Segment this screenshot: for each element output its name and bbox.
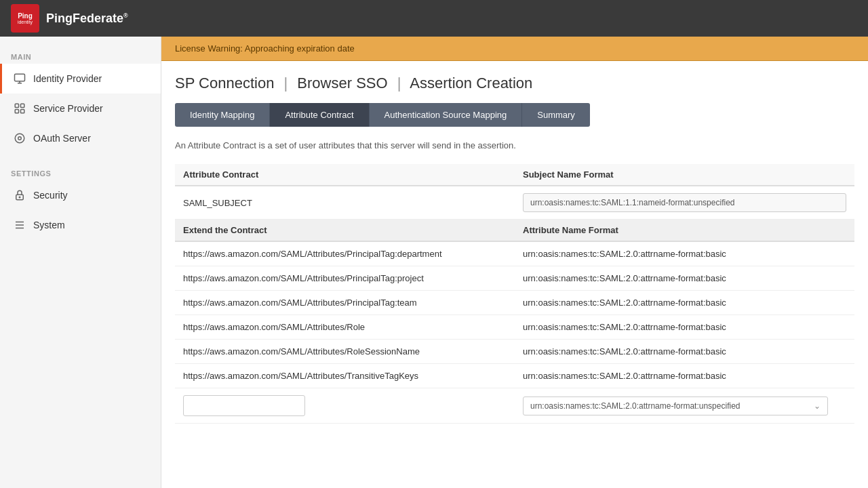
- table-row: https://aws.amazon.com/SAML/Attributes/P…: [175, 241, 854, 266]
- sidebar-item-system[interactable]: System: [0, 210, 161, 240]
- sidebar-label-system: System: [33, 220, 65, 230]
- saml-subject-row: SAML_SUBJECT urn:oasis:names:tc:SAML:1.1…: [175, 186, 854, 220]
- identity-provider-icon: [13, 72, 26, 85]
- attribute-table: Attribute Contract Subject Name Format S…: [175, 164, 854, 424]
- attribute-format: urn:oasis:names:tc:SAML:2.0:attrname-for…: [515, 315, 854, 340]
- app-header: Ping identity PingFederate®: [0, 0, 868, 37]
- attribute-format: urn:oasis:names:tc:SAML:2.0:attrname-for…: [515, 364, 854, 388]
- attribute-contract-header: Attribute Contract: [175, 164, 515, 186]
- sidebar-item-security[interactable]: Security: [0, 180, 161, 210]
- new-attribute-format-value: urn:oasis:names:tc:SAML:2.0:attrname-for…: [530, 401, 740, 411]
- table-row: https://aws.amazon.com/SAML/Attributes/P…: [175, 291, 854, 315]
- sidebar-item-identity-provider[interactable]: Identity Provider: [0, 64, 161, 94]
- subject-name-format-header: Subject Name Format: [515, 164, 854, 186]
- saml-subject-label: SAML_SUBJECT: [175, 186, 515, 220]
- logo: Ping identity PingFederate®: [11, 4, 128, 33]
- table-row: https://aws.amazon.com/SAML/Attributes/R…: [175, 340, 854, 364]
- attribute-name: https://aws.amazon.com/SAML/Attributes/R…: [175, 340, 515, 364]
- tab-summary[interactable]: Summary: [522, 103, 590, 127]
- sidebar-label-identity-provider: Identity Provider: [33, 73, 102, 84]
- ping-logo-text: Ping: [18, 13, 33, 20]
- system-icon: [13, 218, 26, 232]
- attribute-name: https://aws.amazon.com/SAML/Attributes/R…: [175, 315, 515, 340]
- saml-subject-format-field[interactable]: urn:oasis:names:tc:SAML:1.1:nameid-forma…: [523, 193, 846, 212]
- new-attribute-input-cell: [175, 388, 515, 424]
- sidebar-label-security: Security: [33, 190, 68, 201]
- new-attribute-format-cell: urn:oasis:names:tc:SAML:2.0:attrname-for…: [515, 388, 854, 424]
- svg-rect-3: [15, 110, 18, 113]
- sidebar-label-service-provider: Service Provider: [33, 103, 103, 114]
- license-warning: License Warning: Approaching expiration …: [161, 37, 868, 61]
- tab-identity-mapping[interactable]: Identity Mapping: [175, 103, 270, 127]
- attribute-name: https://aws.amazon.com/SAML/Attributes/T…: [175, 364, 515, 388]
- security-icon: [13, 188, 26, 202]
- svg-rect-1: [15, 104, 18, 107]
- tab-auth-source-mapping[interactable]: Authentication Source Mapping: [370, 103, 523, 127]
- brand-name: PingFederate®: [46, 12, 128, 26]
- service-provider-icon: [13, 102, 26, 115]
- attribute-format: urn:oasis:names:tc:SAML:2.0:attrname-for…: [515, 266, 854, 291]
- sidebar-label-oauth-server: OAuth Server: [33, 133, 91, 144]
- ping-logo-sub: identity: [18, 20, 33, 24]
- svg-rect-2: [21, 104, 24, 107]
- svg-point-6: [18, 137, 22, 140]
- ping-logo-box: Ping identity: [11, 4, 39, 33]
- svg-rect-4: [21, 110, 24, 113]
- page-title: SP Connection | Browser SSO | Assertion …: [175, 75, 854, 92]
- main-content: License Warning: Approaching expiration …: [161, 37, 868, 488]
- saml-subject-format-cell: urn:oasis:names:tc:SAML:1.1:nameid-forma…: [515, 186, 854, 220]
- tab-attribute-contract[interactable]: Attribute Contract: [270, 103, 369, 127]
- layout: MAIN Identity Provider Service Provider: [0, 37, 868, 488]
- table-row: https://aws.amazon.com/SAML/Attributes/R…: [175, 315, 854, 340]
- settings-section-label: SETTINGS: [0, 164, 161, 180]
- attribute-format: urn:oasis:names:tc:SAML:2.0:attrname-for…: [515, 241, 854, 266]
- svg-point-8: [19, 197, 20, 198]
- attribute-name: https://aws.amazon.com/SAML/Attributes/P…: [175, 241, 515, 266]
- attribute-format: urn:oasis:names:tc:SAML:2.0:attrname-for…: [515, 340, 854, 364]
- oauth-server-icon: [13, 131, 26, 145]
- content-area: An Attribute Contract is a set of user a…: [161, 127, 868, 437]
- description: An Attribute Contract is a set of user a…: [175, 140, 854, 150]
- sidebar-item-oauth-server[interactable]: OAuth Server: [0, 123, 161, 153]
- svg-point-5: [15, 134, 24, 143]
- tabs: Identity Mapping Attribute Contract Auth…: [175, 103, 854, 127]
- extend-contract-header-row: Extend the Contract Attribute Name Forma…: [175, 220, 854, 242]
- new-attribute-format-select[interactable]: urn:oasis:names:tc:SAML:2.0:attrname-for…: [523, 396, 828, 415]
- svg-rect-0: [15, 74, 25, 81]
- attribute-name: https://aws.amazon.com/SAML/Attributes/P…: [175, 291, 515, 315]
- sidebar: MAIN Identity Provider Service Provider: [0, 37, 161, 488]
- chevron-down-icon: ⌄: [814, 401, 821, 411]
- table-row: https://aws.amazon.com/SAML/Attributes/P…: [175, 266, 854, 291]
- sidebar-item-service-provider[interactable]: Service Provider: [0, 94, 161, 123]
- new-attribute-input[interactable]: [183, 395, 305, 416]
- new-attribute-row: urn:oasis:names:tc:SAML:2.0:attrname-for…: [175, 388, 854, 424]
- attribute-format: urn:oasis:names:tc:SAML:2.0:attrname-for…: [515, 291, 854, 315]
- attribute-name: https://aws.amazon.com/SAML/Attributes/P…: [175, 266, 515, 291]
- page-header: SP Connection | Browser SSO | Assertion …: [161, 61, 868, 127]
- extend-contract-header: Extend the Contract: [175, 220, 515, 242]
- attribute-name-format-header: Attribute Name Format: [515, 220, 854, 242]
- separator-2: |: [397, 75, 401, 92]
- main-section-label: MAIN: [0, 47, 161, 64]
- separator-1: |: [284, 75, 288, 92]
- table-row: https://aws.amazon.com/SAML/Attributes/T…: [175, 364, 854, 388]
